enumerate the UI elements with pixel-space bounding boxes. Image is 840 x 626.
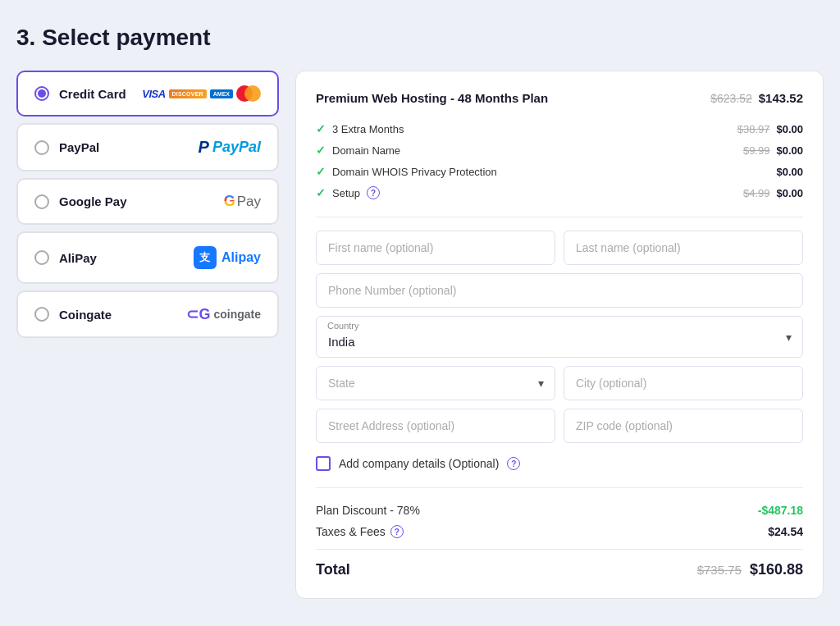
plan-price-current: $143.52 bbox=[759, 91, 803, 105]
payment-option-left: PayPal bbox=[34, 140, 99, 155]
total-row: Total $735.75 $160.88 bbox=[316, 549, 803, 578]
discount-value: -$487.18 bbox=[758, 504, 803, 517]
totals-section: Plan Discount - 78% -$487.18 Taxes & Fee… bbox=[316, 487, 803, 578]
addr-zip-row bbox=[316, 409, 803, 443]
phone-input[interactable] bbox=[316, 273, 803, 308]
feature-row-setup: ✓ Setup ? $4.99 $0.00 bbox=[316, 182, 803, 203]
feat-orig: $9.99 bbox=[743, 144, 770, 157]
main-layout: Credit Card VISA DISCOVER AMEX PayPal P … bbox=[16, 71, 824, 599]
radio-coingate bbox=[34, 307, 49, 322]
first-name-input[interactable] bbox=[316, 231, 555, 265]
payment-option-coingate[interactable]: Coingate ⊂G coingate bbox=[16, 290, 279, 338]
state-city-row: State ▾ bbox=[316, 366, 803, 400]
help-icon-tax[interactable]: ? bbox=[390, 525, 404, 538]
feature-left: ✓ Setup ? bbox=[316, 186, 380, 199]
feature-left: ✓ Domain Name bbox=[316, 144, 400, 157]
help-icon-setup[interactable]: ? bbox=[367, 186, 380, 199]
first-name-field bbox=[316, 231, 555, 265]
alipay-label: AliPay bbox=[59, 251, 97, 265]
paypal-label: PayPal bbox=[59, 140, 99, 154]
amex-logo: AMEX bbox=[210, 89, 233, 98]
feat-curr: $0.00 bbox=[776, 187, 803, 199]
tax-row: Taxes & Fees ? $24.54 bbox=[316, 521, 803, 542]
alipay-logo-group: 支 Alipay bbox=[194, 246, 261, 269]
radio-alipay bbox=[34, 250, 49, 265]
discount-row: Plan Discount - 78% -$487.18 bbox=[316, 500, 803, 521]
city-input[interactable] bbox=[564, 366, 803, 400]
discount-label: Plan Discount - 78% bbox=[316, 504, 420, 517]
check-icon: ✓ bbox=[316, 186, 326, 199]
feat-curr: $0.00 bbox=[776, 144, 803, 157]
paypal-text-icon: PayPal bbox=[212, 139, 261, 156]
payment-option-google-pay[interactable]: Google Pay G Pay bbox=[16, 178, 279, 225]
feature-prices: $0.00 bbox=[776, 166, 803, 178]
discover-logo: DISCOVER bbox=[169, 89, 207, 98]
feature-row-domain: ✓ Domain Name $9.99 $0.00 bbox=[316, 139, 803, 161]
gpay-g-icon: G bbox=[224, 193, 235, 210]
paypal-p-icon: P bbox=[199, 138, 209, 157]
tax-label: Taxes & Fees bbox=[316, 525, 386, 538]
plan-name: Premium Web Hosting - 48 Months Plan bbox=[316, 91, 548, 105]
zip-field bbox=[564, 409, 803, 443]
payment-option-left: Google Pay bbox=[34, 194, 127, 209]
feature-left: ✓ 3 Extra Months bbox=[316, 122, 404, 135]
check-icon: ✓ bbox=[316, 165, 326, 178]
feat-curr: $0.00 bbox=[776, 123, 803, 135]
billing-form: Country India United States United Kingd… bbox=[316, 231, 803, 471]
feature-name: Domain Name bbox=[332, 144, 400, 157]
country-label: Country bbox=[327, 321, 359, 331]
payment-option-left: Credit Card bbox=[34, 86, 126, 101]
feature-prices: $9.99 $0.00 bbox=[743, 144, 803, 157]
feature-left: ✓ Domain WHOIS Privacy Protection bbox=[316, 165, 497, 178]
page-title: 3. Select payment bbox=[16, 25, 824, 51]
feat-orig: $38.97 bbox=[737, 123, 770, 135]
help-icon-company[interactable]: ? bbox=[507, 457, 520, 470]
state-select[interactable]: State bbox=[316, 366, 555, 400]
company-row: Add company details (Optional) ? bbox=[316, 456, 803, 471]
feat-curr: $0.00 bbox=[776, 166, 803, 178]
divider-1 bbox=[316, 217, 803, 217]
feature-prices: $38.97 $0.00 bbox=[737, 123, 803, 135]
total-label: Total bbox=[316, 561, 350, 578]
total-current: $160.88 bbox=[750, 561, 803, 578]
last-name-input[interactable] bbox=[564, 231, 803, 265]
address-input[interactable] bbox=[316, 409, 555, 443]
payment-option-alipay[interactable]: AliPay 支 Alipay bbox=[16, 231, 279, 284]
google-pay-label: Google Pay bbox=[59, 194, 127, 208]
gpay-logo: G Pay bbox=[224, 193, 261, 210]
plan-price-original: $623.52 bbox=[710, 92, 752, 105]
alipay-icon: 支 bbox=[194, 246, 217, 269]
feature-prices: $4.99 $0.00 bbox=[743, 187, 803, 199]
country-wrapper: Country India United States United Kingd… bbox=[316, 316, 803, 358]
city-field bbox=[564, 366, 803, 400]
payment-option-credit-card[interactable]: Credit Card VISA DISCOVER AMEX bbox=[16, 71, 279, 117]
paypal-logo: P PayPal bbox=[199, 138, 261, 157]
feature-row-extra-months: ✓ 3 Extra Months $38.97 $0.00 bbox=[316, 118, 803, 139]
plan-price-group: $623.52 $143.52 bbox=[710, 91, 803, 105]
feature-name: Domain WHOIS Privacy Protection bbox=[332, 166, 497, 178]
order-panel: Premium Web Hosting - 48 Months Plan $62… bbox=[295, 71, 824, 599]
alipay-text: Alipay bbox=[221, 250, 261, 265]
country-select[interactable]: India United States United Kingdom bbox=[316, 316, 803, 358]
coingate-label: Coingate bbox=[59, 308, 112, 322]
mc-circle-orange bbox=[244, 85, 261, 102]
company-label: Add company details (Optional) bbox=[339, 457, 499, 470]
check-icon: ✓ bbox=[316, 122, 326, 135]
tax-label-group: Taxes & Fees ? bbox=[316, 525, 404, 538]
phone-field bbox=[316, 273, 803, 308]
tax-value: $24.54 bbox=[768, 525, 803, 538]
state-wrapper: State ▾ bbox=[316, 366, 555, 400]
company-checkbox[interactable] bbox=[316, 456, 331, 471]
feat-orig: $4.99 bbox=[743, 187, 770, 199]
coingate-icon: ⊂G bbox=[186, 305, 210, 323]
radio-google-pay bbox=[34, 194, 49, 209]
card-logos: VISA DISCOVER AMEX bbox=[142, 85, 261, 102]
coingate-text: coingate bbox=[213, 308, 261, 321]
payment-option-paypal[interactable]: PayPal P PayPal bbox=[16, 123, 279, 171]
credit-card-label: Credit Card bbox=[59, 87, 126, 101]
radio-dot bbox=[38, 89, 46, 98]
check-icon: ✓ bbox=[316, 144, 326, 157]
coingate-logo: ⊂G coingate bbox=[186, 305, 261, 323]
radio-credit-card bbox=[34, 86, 49, 101]
zip-input[interactable] bbox=[564, 409, 803, 443]
